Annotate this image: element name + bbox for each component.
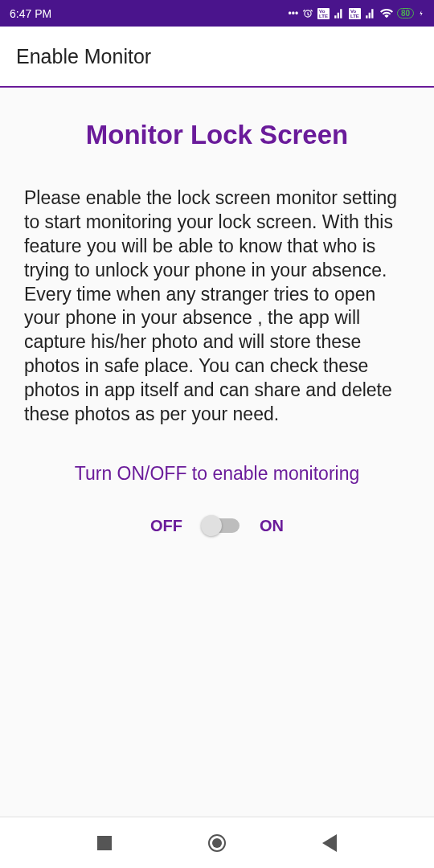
off-label: OFF [150,517,182,535]
description-text: Please enable the lock screen monitor se… [24,186,410,427]
battery-icon: 80 [397,8,414,18]
home-button[interactable] [207,833,227,853]
alarm-icon [302,8,313,19]
heading: Monitor Lock Screen [24,120,410,150]
page-title: Enable Monitor [16,45,151,68]
signal-icon-2 [365,8,376,19]
back-button[interactable] [320,833,339,853]
status-time: 6:47 PM [10,7,51,20]
status-icons: ••• VoLTE VoLTE 80 [288,7,424,20]
wifi-icon [380,7,393,20]
status-bar: 6:47 PM ••• VoLTE VoLTE 80 [0,0,434,27]
lte-badge-1: VoLTE [317,8,330,19]
lte-badge-2: VoLTE [349,8,361,19]
recent-apps-button[interactable] [95,833,114,853]
toggle-row: OFF ON [24,517,410,535]
square-icon [97,836,112,850]
circle-icon [208,834,226,852]
navigation-bar [0,817,434,868]
switch-thumb [201,515,222,536]
charging-icon [418,8,424,19]
triangle-icon [322,834,337,852]
toggle-instruction: Turn ON/OFF to enable monitoring [24,463,410,485]
monitor-toggle-switch[interactable] [203,518,240,533]
on-label: ON [260,517,284,535]
more-icon: ••• [288,8,298,19]
signal-icon-1 [334,8,345,19]
app-bar: Enable Monitor [0,27,434,88]
main-content: Monitor Lock Screen Please enable the lo… [0,88,434,567]
